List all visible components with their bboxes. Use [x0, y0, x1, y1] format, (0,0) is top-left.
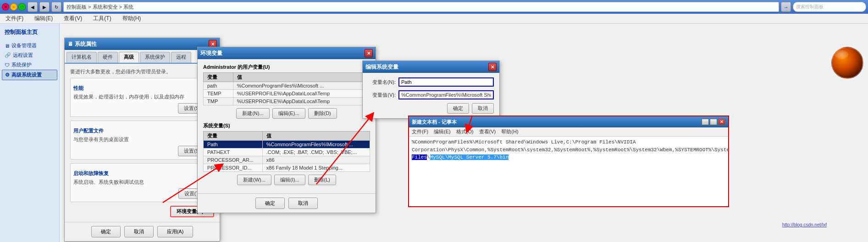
notepad-window: 新建文本档 - 记事本 _ □ ✕ 文件(F) 编辑(E) 格式(O) 查看(V… — [408, 116, 729, 207]
var-name-row: 变量名(N): — [368, 77, 494, 87]
notepad-title-bar: 新建文本档 - 记事本 _ □ ✕ — [409, 116, 728, 127]
edit-var-ok-button[interactable]: 确定 — [447, 103, 469, 114]
top-navigation-bar: ✕ − □ ◀ ▶ ↻ 控制面板 > 系统和安全 > 系统 → 搜索控制面板 — [0, 0, 868, 14]
table-row[interactable]: TEMP %USERPROFILE%\AppData\Local\Temp — [204, 90, 370, 98]
notepad-minimize-button[interactable]: _ — [702, 119, 709, 125]
sys-props-apply-button[interactable]: 应用(A) — [157, 226, 194, 237]
notepad-maximize-button[interactable]: □ — [710, 119, 717, 125]
user-vars-col-name: 变量 — [204, 73, 233, 82]
remote-settings-icon: 🔗 — [5, 52, 11, 58]
notepad-title-text: 新建文本档 - 记事本 — [412, 119, 457, 126]
startup-recovery-desc: 系统启动、系统失败和调试信息 — [73, 179, 211, 186]
env-vars-body: Administrator 的用户变量(U) 变量 值 path %Common… — [198, 59, 376, 193]
sidebar-item-device-manager[interactable]: 🖥 设备管理器 — [2, 41, 57, 50]
table-row[interactable]: path %CommonProgramFiles%\Microsoft ... — [204, 82, 370, 90]
content-area: 🖥 系统属性 ✕ 计算机名 硬件 高级 系统保护 远程 要进行大多数更改，您必须… — [60, 24, 868, 242]
notepad-menu-help[interactable]: 帮助(H) — [501, 128, 518, 135]
notepad-line2: \system32,%SystemRoot%,%SystemRoot%\Syst… — [524, 147, 728, 153]
windows-logo — [831, 47, 863, 79]
back-button[interactable]: ◀ — [28, 2, 38, 12]
sys-vars-edit-button[interactable]: 编辑(I)... — [274, 175, 305, 185]
sys-props-bottom-buttons: 确定 取消 应用(A) — [65, 222, 220, 241]
sys-props-ok-button[interactable]: 确定 — [91, 226, 121, 237]
advanced-settings-icon: ⚙ — [5, 72, 10, 78]
sidebar-item-system-protection[interactable]: 🛡 系统保护 — [2, 60, 57, 70]
sys-props-title: 系统属性 — [75, 40, 207, 48]
system-protection-icon: 🛡 — [5, 62, 10, 68]
table-row[interactable]: PROCESSOR_ID... x86 Family 18 Model 1 St… — [204, 164, 370, 172]
edit-var-body: 变量名(N): 变量值(V): 确定 取消 — [363, 73, 499, 118]
edit-var-cancel-button[interactable]: 取消 — [472, 103, 494, 114]
sidebar: 控制面板主页 🖥 设备管理器 🔗 远程设置 🛡 系统保护 ⚙ 高级系统设置 — [0, 24, 60, 242]
system-properties-dialog: 🖥 系统属性 ✕ 计算机名 硬件 高级 系统保护 远程 要进行大多数更改，您必须… — [64, 38, 220, 242]
menu-help[interactable]: 帮助(H) — [121, 14, 143, 23]
edit-var-close-button[interactable]: ✕ — [488, 63, 497, 71]
sys-vars-new-button[interactable]: 新建(W)... — [237, 175, 271, 185]
sidebar-item-advanced-settings[interactable]: ⚙ 高级系统设置 — [2, 70, 57, 80]
maximize-button[interactable]: □ — [18, 3, 26, 11]
notepad-url: http://blog.csdn.net/lxf — [782, 222, 827, 227]
var-name-label: 变量名(N): — [368, 79, 396, 86]
sys-vars-table: 变量 值 Path %CommonProgramFiles%\Microsoft… — [203, 131, 370, 172]
menu-file[interactable]: 文件(F) — [4, 14, 25, 23]
search-go-button[interactable]: → — [781, 2, 791, 12]
tab-remote[interactable]: 远程 — [171, 52, 191, 63]
notepad-menu-format[interactable]: 格式(O) — [456, 128, 474, 135]
table-row[interactable]: PATHEXT .COM; .EXE; .BAT; .CMD; .VBS; .V… — [204, 148, 370, 156]
notepad-window-buttons: _ □ ✕ — [702, 119, 725, 125]
env-vars-cancel-button[interactable]: 取消 — [288, 198, 318, 209]
notepad-menu-edit[interactable]: 编辑(E) — [434, 128, 451, 135]
sys-props-body: 要进行大多数更改，您必须作为管理员登录。 性能 视觉效果，处理器计划，内存使用，… — [65, 64, 220, 222]
user-vars-title: Administrator 的用户变量(U) — [203, 64, 370, 71]
menu-view[interactable]: 查看(V) — [62, 14, 84, 23]
perf-label: 性能 — [73, 85, 211, 92]
close-button[interactable]: ✕ — [2, 3, 9, 11]
sys-props-icon: 🖥 — [67, 41, 73, 47]
notepad-mysql-path: MySQL\MySQL Server 5.7\bin — [430, 154, 509, 160]
sidebar-item-remote-settings[interactable]: 🔗 远程设置 — [2, 50, 57, 60]
table-row[interactable]: TMP %USERPROFILE%\AppData\Local\Temp — [204, 98, 370, 105]
user-vars-edit-button[interactable]: 编辑(E)... — [272, 108, 305, 119]
menu-edit[interactable]: 编辑(E) — [33, 14, 55, 23]
user-vars-buttons: 新建(N)... 编辑(E)... 删除(D) — [203, 108, 370, 119]
var-value-label: 变量值(V): — [368, 92, 396, 99]
main-area: 控制面板主页 🖥 设备管理器 🔗 远程设置 🛡 系统保护 ⚙ 高级系统设置 🖥 … — [0, 24, 868, 242]
tab-computer-name[interactable]: 计算机名 — [66, 52, 97, 63]
menu-tools[interactable]: 工具(T) — [91, 14, 113, 23]
sidebar-title: 控制面板主页 — [2, 28, 57, 39]
edit-var-title: 编辑系统变量 — [365, 63, 487, 71]
refresh-button[interactable]: ↻ — [51, 2, 61, 12]
sys-vars-delete-button[interactable]: 删除(L) — [308, 175, 336, 185]
user-vars-delete-button[interactable]: 删除(D) — [308, 108, 337, 119]
env-vars-close-button[interactable]: ✕ — [365, 49, 373, 57]
perf-section: 性能 视觉效果，处理器计划，内存使用，以及虚拟内存 设置(S)... — [70, 78, 214, 117]
perf-desc: 视觉效果，处理器计划，内存使用，以及虚拟内存 — [73, 94, 211, 100]
sys-props-title-bar: 🖥 系统属性 ✕ — [65, 38, 220, 50]
var-name-input[interactable] — [398, 77, 494, 87]
var-value-row: 变量值(V): — [368, 90, 494, 99]
minimize-button[interactable]: − — [10, 3, 17, 11]
tab-system-protection[interactable]: 系统保护 — [140, 52, 170, 63]
startup-recovery-section: 启动和故障恢复 系统启动、系统失败和调试信息 设置(T)... — [70, 163, 214, 202]
tab-hardware[interactable]: 硬件 — [98, 52, 118, 63]
search-bar[interactable]: 搜索控制面板 — [793, 2, 866, 12]
notepad-menu-bar: 文件(F) 编辑(E) 格式(O) 查看(V) 帮助(H) — [409, 127, 728, 137]
window-controls: ✕ − □ — [2, 3, 26, 11]
user-profiles-label: 用户配置文件 — [73, 127, 211, 134]
table-row[interactable]: PROCESSOR_AR... x86 — [204, 156, 370, 164]
breadcrumb: 控制面板 > 系统和安全 > 系统 — [63, 2, 779, 12]
notepad-close-button[interactable]: ✕ — [718, 119, 725, 125]
user-profiles-desc: 与您登录有关的桌面设置 — [73, 136, 211, 143]
forward-button[interactable]: ▶ — [39, 2, 50, 12]
notepad-menu-view[interactable]: 查看(V) — [479, 128, 496, 135]
env-vars-ok-button[interactable]: 确定 — [255, 198, 285, 209]
menu-bar: 文件(F) 编辑(E) 查看(V) 工具(T) 帮助(H) — [0, 14, 868, 24]
var-value-input[interactable] — [398, 90, 494, 99]
tab-advanced[interactable]: 高级 — [119, 52, 139, 63]
sys-props-cancel-button[interactable]: 取消 — [124, 226, 154, 237]
table-row[interactable]: Path %CommonProgramFiles%\Microsoft ... — [204, 141, 370, 148]
user-vars-new-button[interactable]: 新建(N)... — [236, 108, 269, 119]
user-vars-table: 变量 值 path %CommonProgramFiles%\Microsoft… — [203, 72, 370, 105]
notepad-menu-file[interactable]: 文件(F) — [412, 128, 428, 135]
edit-var-title-bar: 编辑系统变量 ✕ — [363, 61, 499, 73]
